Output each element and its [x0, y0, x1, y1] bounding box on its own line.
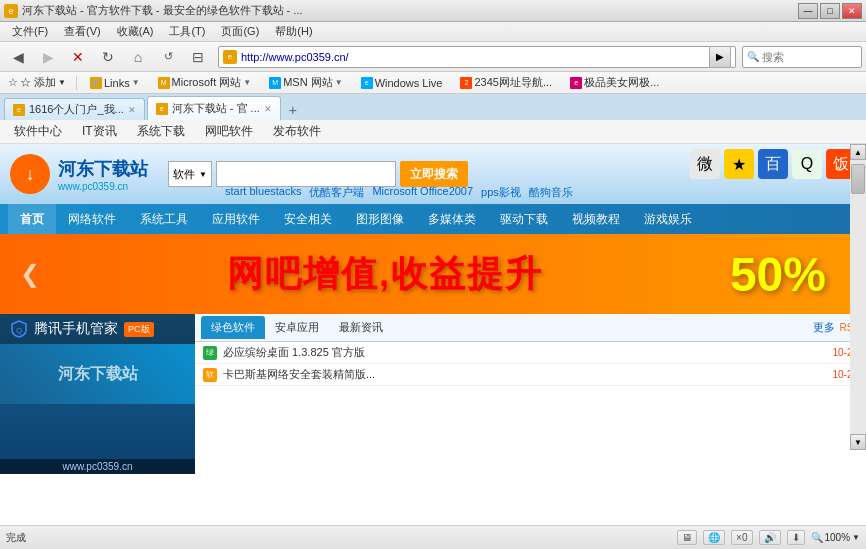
- fav-arrow-icon: ▼: [132, 78, 140, 87]
- hint-5[interactable]: 酷狗音乐: [529, 185, 573, 200]
- icon-weibo[interactable]: 微: [690, 149, 720, 179]
- fav-favicon: 2: [460, 77, 472, 89]
- search-box[interactable]: 🔍: [742, 46, 862, 68]
- menu-file[interactable]: 文件(F): [4, 22, 56, 41]
- scrollbar-thumb[interactable]: [851, 164, 865, 194]
- down-icon-btn[interactable]: ⬇: [787, 530, 805, 545]
- banner-text: 网吧增值,收益提升: [227, 250, 543, 299]
- fav-item-msn[interactable]: M MSN 网站 ▼: [262, 73, 349, 92]
- fav-item-links[interactable]: 🔗 Links ▼: [83, 75, 147, 91]
- site-nav-network[interactable]: 网络软件: [56, 204, 128, 234]
- scroll-up-button[interactable]: ▲: [850, 144, 866, 160]
- menu-tools[interactable]: 工具(T): [161, 22, 213, 41]
- bottom-section: Q 腾讯手机管家 PC版 河东下载站 www.pc0359.cn 绿色软件 安卓…: [0, 314, 866, 474]
- monitor-icon-btn[interactable]: 🖥: [677, 530, 697, 545]
- scrollbar: ▲ ▼: [850, 144, 866, 450]
- forward-button[interactable]: ▶: [34, 45, 62, 69]
- left-panel-label: 腾讯手机管家: [34, 320, 118, 338]
- tab-favicon: e: [13, 104, 25, 116]
- content-nav-it[interactable]: IT资讯: [76, 121, 123, 142]
- fav-item-microsoft[interactable]: M Microsoft 网站 ▼: [151, 73, 259, 92]
- tab-hedong[interactable]: e 河东下载站 - 官 ... ✕: [147, 96, 281, 120]
- site-nav-driver[interactable]: 驱动下载: [488, 204, 560, 234]
- print-button[interactable]: ⊟: [184, 45, 212, 69]
- tab-close-button[interactable]: ✕: [264, 104, 272, 114]
- fav-favicon: M: [269, 77, 281, 89]
- icon-star[interactable]: ★: [724, 149, 754, 179]
- list-item-text[interactable]: 必应缤纷桌面 1.3.825 官方版: [223, 345, 832, 360]
- site-nav-home[interactable]: 首页: [8, 204, 56, 234]
- fav-item-windowslive[interactable]: e Windows Live: [354, 75, 450, 91]
- fav-item-2345[interactable]: 2 2345网址导航...: [453, 73, 559, 92]
- fav-arrow-icon: ▼: [243, 78, 251, 87]
- site-nav-game[interactable]: 游戏娱乐: [632, 204, 704, 234]
- content-nav-netbar[interactable]: 网吧软件: [199, 121, 259, 142]
- count-display[interactable]: ×0: [731, 530, 752, 545]
- site-nav-security[interactable]: 安全相关: [272, 204, 344, 234]
- hint-3[interactable]: Microsoft Office2007: [372, 185, 473, 200]
- menu-page[interactable]: 页面(G): [213, 22, 267, 41]
- site-search: 软件 ▼ 立即搜索: [168, 161, 468, 187]
- svg-text:Q: Q: [16, 326, 22, 335]
- network-icon: 🌐: [708, 532, 720, 543]
- address-input[interactable]: [241, 51, 709, 63]
- add-arrow-icon: ▼: [58, 78, 66, 87]
- right-tab-android[interactable]: 安卓应用: [265, 316, 329, 339]
- search-input[interactable]: [762, 51, 866, 63]
- search-category-select[interactable]: 软件 ▼: [168, 161, 212, 187]
- right-tab-news[interactable]: 最新资讯: [329, 316, 393, 339]
- site-nav-video[interactable]: 视频教程: [560, 204, 632, 234]
- status-icons: 🖥 🌐 ×0 🔊 ⬇ 🔍 100% ▼: [677, 530, 860, 545]
- stop-button[interactable]: ✕: [64, 45, 92, 69]
- hint-2[interactable]: 优酷客户端: [309, 185, 364, 200]
- add-favorites-button[interactable]: ☆ ☆ 添加 ▼: [4, 74, 70, 91]
- icon-qq[interactable]: Q: [792, 149, 822, 179]
- zoom-control[interactable]: 🔍 100% ▼: [811, 532, 861, 543]
- site-nav-system[interactable]: 系统工具: [128, 204, 200, 234]
- hint-1[interactable]: start bluestacks: [225, 185, 301, 200]
- content-nav-software[interactable]: 软件中心: [8, 121, 68, 142]
- content-nav-publish[interactable]: 发布软件: [267, 121, 327, 142]
- banner-prev-button[interactable]: ❮: [20, 260, 40, 288]
- menu-favorites[interactable]: 收藏(A): [109, 22, 162, 41]
- list-item: 软 卡巴斯基网络安全套装精简版... 10-29: [195, 364, 866, 386]
- fav-label: 极品美女网极...: [584, 75, 659, 90]
- site-nav-app[interactable]: 应用软件: [200, 204, 272, 234]
- scrollbar-track[interactable]: [850, 160, 866, 434]
- site-search-button[interactable]: 立即搜索: [400, 161, 468, 187]
- site-logo-icon: ↓: [10, 154, 50, 194]
- site-nav-graphic[interactable]: 图形图像: [344, 204, 416, 234]
- icon-baidu[interactable]: 百: [758, 149, 788, 179]
- list-item-text[interactable]: 卡巴斯基网络安全套装精简版...: [223, 367, 832, 382]
- more-link[interactable]: 更多: [813, 320, 835, 335]
- status-text: 完成: [6, 531, 677, 545]
- content-nav-system[interactable]: 系统下载: [131, 121, 191, 142]
- network-icon-btn[interactable]: 🌐: [703, 530, 725, 545]
- maximize-button[interactable]: □: [820, 3, 840, 19]
- refresh-button[interactable]: ↻: [94, 45, 122, 69]
- site-search-input[interactable]: [216, 161, 396, 187]
- site-nav-media[interactable]: 多媒体类: [416, 204, 488, 234]
- history-button[interactable]: ↺: [154, 45, 182, 69]
- fav-favicon: M: [158, 77, 170, 89]
- minimize-button[interactable]: —: [798, 3, 818, 19]
- menu-view[interactable]: 查看(V): [56, 22, 109, 41]
- menu-help[interactable]: 帮助(H): [267, 22, 320, 41]
- tab-1616[interactable]: e 1616个人门户_我... ✕: [4, 98, 145, 120]
- hint-4[interactable]: pps影视: [481, 185, 521, 200]
- zoom-label: 100%: [825, 532, 851, 543]
- scroll-down-button[interactable]: ▼: [850, 434, 866, 450]
- new-tab-button[interactable]: +: [283, 100, 303, 120]
- tab-close-button[interactable]: ✕: [128, 105, 136, 115]
- right-tab-green[interactable]: 绿色软件: [201, 316, 265, 339]
- count-label: ×0: [736, 532, 747, 543]
- site-header: ↓ 河东下载站 www.pc0359.cn 软件 ▼ 立即搜索 start bl…: [0, 144, 866, 204]
- sound-icon-btn[interactable]: 🔊: [759, 530, 781, 545]
- back-button[interactable]: ◀: [4, 45, 32, 69]
- close-button[interactable]: ✕: [842, 3, 862, 19]
- fav-item-jipin[interactable]: e 极品美女网极...: [563, 73, 666, 92]
- address-bar[interactable]: e ▶: [218, 46, 736, 68]
- go-button[interactable]: ▶: [709, 46, 731, 68]
- separator: [76, 76, 77, 90]
- home-button[interactable]: ⌂: [124, 45, 152, 69]
